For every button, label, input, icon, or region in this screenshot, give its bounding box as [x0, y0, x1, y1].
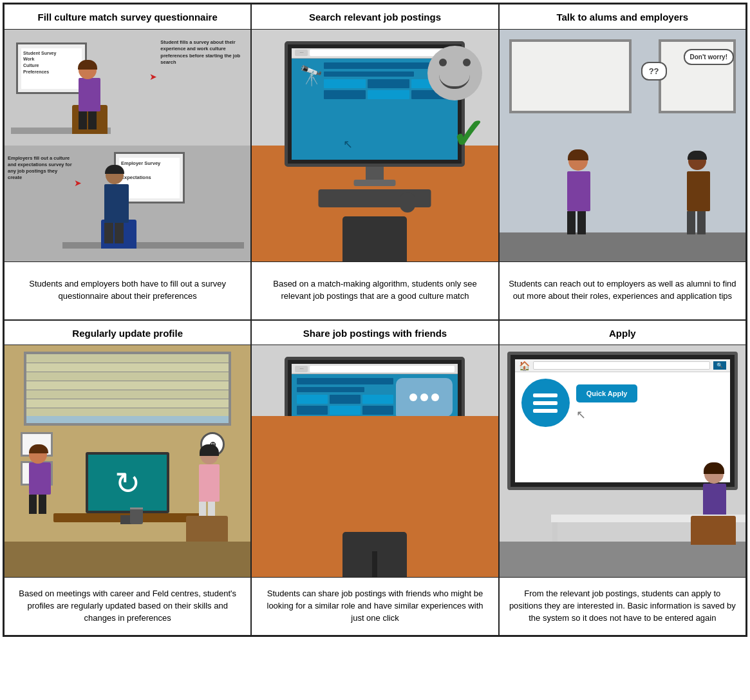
cell-talk: Talk to alums and employers ?? Don't wor… [499, 4, 746, 320]
search-icon: 🔍 [713, 361, 726, 370]
cell-apply-desc: From the relevant job postings, students… [500, 577, 745, 635]
refresh-icon: ↻ [115, 465, 140, 501]
storyboard-grid: Fill culture match survey questionnaire … [3, 3, 747, 637]
quick-apply-button[interactable]: Quick Apply [576, 384, 638, 402]
cell-profile-desc: Based on meetings with career and Feld c… [5, 577, 250, 635]
cell-survey-title: Fill culture match survey questionnaire [5, 5, 250, 30]
cell-profile: Regularly update profile ⊕ [4, 320, 251, 636]
speech-bubble-reply: Don't worry! [684, 49, 735, 65]
cell-share-image: ··· [252, 345, 498, 577]
cell-survey: Fill culture match survey questionnaire … [4, 4, 251, 320]
cell-profile-image: ⊕ ↻ [5, 345, 250, 577]
cell-profile-title: Regularly update profile [5, 321, 250, 346]
cell-share: Share job postings with friends ··· [251, 320, 498, 636]
cursor-icon: ↖ [576, 408, 638, 422]
cell-search-image: ··· 🔭 [252, 30, 498, 261]
speech-bubble-question: ?? [641, 62, 667, 80]
cell-survey-image: Student SurveyWorkCulturePreferences [5, 30, 250, 261]
home-icon: 🏠 [519, 361, 530, 371]
cell-survey-desc: Students and employers both have to fill… [5, 261, 250, 319]
apply-circle [521, 379, 570, 427]
cell-talk-image: ?? Don't worry! [500, 30, 745, 261]
cell-apply: Apply 🏠 🔍 [499, 320, 746, 636]
cell-talk-desc: Students can reach out to employers as w… [500, 261, 745, 319]
cell-search-title: Search relevant job postings [252, 5, 498, 30]
cell-share-desc: Students can share job postings with fri… [252, 577, 498, 635]
cell-apply-title: Apply [500, 321, 745, 346]
cell-apply-image: 🏠 🔍 [500, 345, 745, 577]
cell-search-desc: Based on a match-making algorithm, stude… [252, 261, 498, 319]
cell-talk-title: Talk to alums and employers [500, 5, 745, 30]
cell-search: Search relevant job postings ··· 🔭 [251, 4, 498, 320]
cell-share-title: Share job postings with friends [252, 321, 498, 346]
